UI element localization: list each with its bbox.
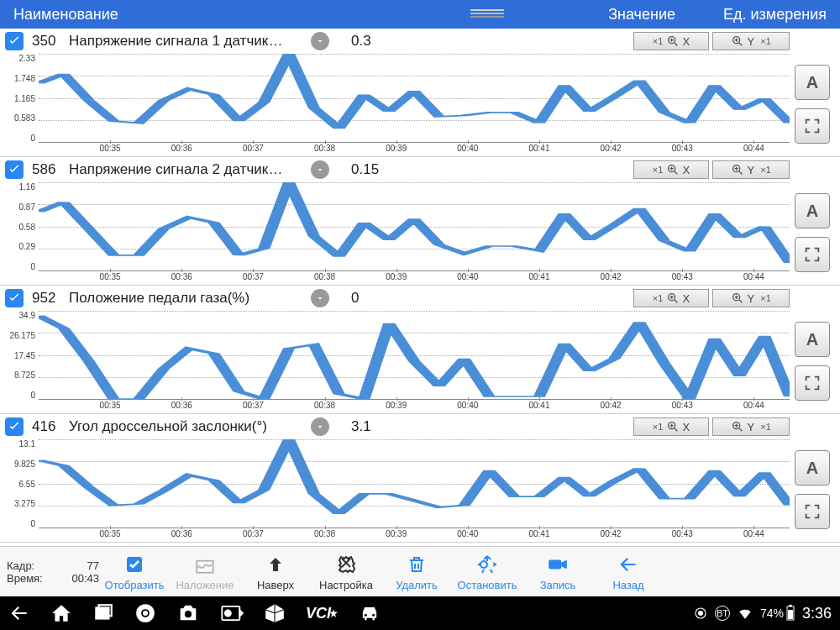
back-icon[interactable] <box>8 601 30 625</box>
wifi-icon <box>737 605 753 622</box>
vci-icon[interactable]: VCI <box>306 601 338 625</box>
zoom-x-button[interactable]: ×1 X <box>633 417 709 436</box>
sensor-row: 952 Положение педали газа(%) 0 ×1 X Y ×1… <box>0 286 840 414</box>
x-axis-labels: 00:3500:3600:3700:3800:3900:4000:4100:42… <box>39 401 790 412</box>
zoom-y-button[interactable]: Y ×1 <box>712 32 790 50</box>
checkbox-icon[interactable] <box>5 289 24 307</box>
battery-percent: 74% <box>760 606 784 620</box>
zoom-x-button[interactable]: ×1 X <box>633 32 709 50</box>
toolbar-nalozhenie[interactable]: Наложение <box>170 552 240 591</box>
zoom-y-button[interactable]: Y ×1 <box>712 160 790 179</box>
sensor-name: Напряжение сигнала 2 датчика пед…(V) <box>69 161 289 178</box>
checkbox-icon[interactable] <box>5 417 24 436</box>
sensor-list: 350 Напряжение сигнала 1 датчика пед…(V)… <box>0 29 840 546</box>
zoom-y-button[interactable]: Y ×1 <box>712 289 790 307</box>
toolbar-label: Наверх <box>240 579 311 591</box>
table-header: Наименование Значение Ед. измерения <box>0 0 840 29</box>
autoscale-button[interactable]: A <box>795 193 830 228</box>
frame-info: Кадр:77 Время:00:43 <box>7 559 99 585</box>
svg-point-20 <box>365 614 367 617</box>
toolbar-nazad[interactable]: Назад <box>593 552 664 591</box>
x-axis-labels: 00:3500:3600:3700:3800:3900:4000:4100:42… <box>39 144 790 155</box>
bottom-toolbar: Кадр:77 Время:00:43 Отобразить Наложение… <box>0 546 840 596</box>
zoom-x-button[interactable]: ×1 X <box>633 160 709 179</box>
sensor-row: 350 Напряжение сигнала 1 датчика пед…(V)… <box>0 29 840 157</box>
app-icon[interactable] <box>264 601 286 625</box>
system-nav: VCI <box>8 601 693 625</box>
toolbar-label: Запись <box>522 579 593 591</box>
chevron-down-icon[interactable] <box>311 32 329 50</box>
svg-point-15 <box>143 611 148 616</box>
checkbox-icon[interactable] <box>5 160 24 179</box>
sensor-id: 416 <box>32 418 69 435</box>
chevron-down-icon[interactable] <box>311 289 329 307</box>
header-unit: Ед. измерения <box>675 6 827 24</box>
svg-point-18 <box>225 611 231 617</box>
otobrazit-icon <box>99 552 170 577</box>
drag-handle-icon[interactable] <box>467 6 507 24</box>
nastroyka-icon <box>311 552 381 577</box>
toolbar-naverh[interactable]: Наверх <box>240 552 311 591</box>
camera-icon[interactable] <box>176 601 200 625</box>
time-value: 00:43 <box>71 572 99 585</box>
toolbar-otobrazit[interactable]: Отобразить <box>99 552 170 591</box>
chart-area[interactable]: 00:3500:3600:3700:3800:3900:4000:4100:42… <box>39 311 790 412</box>
brightness-icon[interactable] <box>220 601 244 625</box>
nazad-icon <box>593 552 664 577</box>
fit-button[interactable] <box>795 108 830 144</box>
zoom-y-button[interactable]: Y ×1 <box>712 417 790 436</box>
svg-point-22 <box>698 611 703 616</box>
recent-apps-icon[interactable] <box>92 601 114 625</box>
svg-rect-25 <box>789 605 792 606</box>
chart-area[interactable]: 00:3500:3600:3700:3800:3900:4000:4100:42… <box>39 182 790 283</box>
sensor-name: Угол дроссельной заслонки(°) <box>69 418 289 435</box>
car-icon[interactable] <box>358 601 381 625</box>
header-value: Значение <box>507 6 675 24</box>
system-bar: VCI BT 74% 3:36 <box>0 596 840 630</box>
toolbar-udalit[interactable]: Удалить <box>381 552 452 591</box>
svg-marker-19 <box>329 609 338 617</box>
toolbar-label: Остановить <box>452 579 522 591</box>
frame-value: 77 <box>87 559 99 572</box>
fit-button[interactable] <box>795 365 830 401</box>
autoscale-button[interactable]: A <box>795 65 830 100</box>
autoscale-button[interactable]: A <box>795 322 830 357</box>
chart-area[interactable]: 00:3500:3600:3700:3800:3900:4000:4100:42… <box>39 439 790 540</box>
nalozhenie-icon <box>170 552 240 577</box>
chrome-icon[interactable] <box>134 601 156 625</box>
zapis-icon <box>522 552 593 577</box>
sensor-id: 350 <box>32 33 69 50</box>
svg-rect-26 <box>788 610 793 619</box>
toolbar-ostanovit[interactable]: Остановить <box>452 552 522 591</box>
toolbar-label: Наложение <box>170 579 240 591</box>
sensor-row: 586 Напряжение сигнала 2 датчика пед…(V)… <box>0 157 840 286</box>
chevron-down-icon[interactable] <box>311 417 329 436</box>
y-axis-labels: 13.19.8256.553.2750 <box>5 439 39 540</box>
sensor-name: Напряжение сигнала 1 датчика пед…(V) <box>69 33 289 50</box>
toolbar-label: Удалить <box>381 579 452 591</box>
ostanovit-icon <box>452 552 522 577</box>
fit-button[interactable] <box>795 237 830 272</box>
sensor-value: 0.3 <box>351 33 410 50</box>
sensor-value: 0.15 <box>351 161 410 178</box>
bt-icon: BT <box>715 606 730 621</box>
fit-button[interactable] <box>795 494 830 529</box>
toolbar-label: Отобразить <box>99 579 170 591</box>
toolbar-nastroyka[interactable]: Настройка <box>311 552 381 591</box>
y-axis-labels: 1.160.870.580.290 <box>5 182 39 283</box>
sensor-id: 586 <box>32 161 69 178</box>
zoom-x-button[interactable]: ×1 X <box>633 289 709 307</box>
svg-point-21 <box>372 614 375 617</box>
autoscale-button[interactable]: A <box>795 450 830 486</box>
x-axis-labels: 00:3500:3600:3700:3800:3900:4000:4100:42… <box>39 529 790 540</box>
chart-area[interactable]: 00:3500:3600:3700:3800:3900:4000:4100:42… <box>39 54 790 155</box>
home-icon[interactable] <box>50 601 72 625</box>
naverh-icon <box>240 552 311 577</box>
sensor-name: Положение педали газа(%) <box>69 290 289 307</box>
chevron-down-icon[interactable] <box>311 160 329 179</box>
y-axis-labels: 34.926.17517.458.7250 <box>5 311 39 412</box>
gps-icon <box>693 606 708 621</box>
checkbox-icon[interactable] <box>5 32 24 50</box>
time-label: Время: <box>7 572 43 585</box>
toolbar-zapis[interactable]: Запись <box>522 552 593 591</box>
